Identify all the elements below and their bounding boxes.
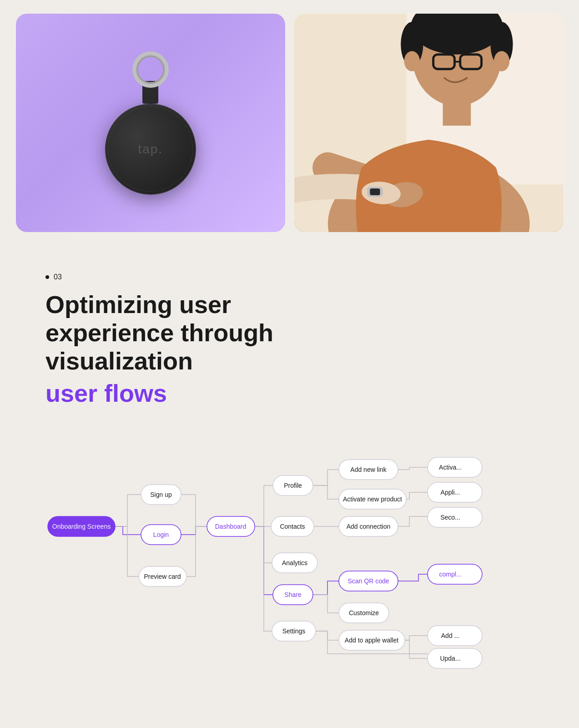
node-seco-right: Seco... xyxy=(428,507,482,527)
node-add-new-link: Add new link xyxy=(339,460,398,480)
svg-text:compl...: compl... xyxy=(439,571,461,578)
node-profile-label: Profile xyxy=(284,482,302,489)
svg-text:Appli...: Appli... xyxy=(441,489,460,496)
node-add-right: Add ... xyxy=(428,626,482,646)
node-customize-label: Customize xyxy=(349,609,379,617)
node-add-connection: Add connection xyxy=(339,516,398,536)
node-signup: Sign up xyxy=(141,485,181,505)
keyring-illustration xyxy=(132,51,169,88)
node-dashboard: Dashboard xyxy=(207,516,255,536)
person-svg xyxy=(294,14,564,232)
node-preview-label: Preview card xyxy=(144,573,181,580)
section-heading: Optimizing user experience through visua… xyxy=(45,290,561,375)
node-login: Login xyxy=(141,525,181,545)
node-login-label: Login xyxy=(153,531,169,538)
person-image xyxy=(294,14,564,232)
node-profile: Profile xyxy=(273,475,313,495)
heading-line2: experience through xyxy=(45,319,273,346)
node-contacts-label: Contacts xyxy=(280,523,305,530)
node-upda-right: Upda... xyxy=(428,648,482,668)
section-highlight: user flows xyxy=(45,379,561,408)
svg-rect-45 xyxy=(0,435,500,708)
node-settings-label: Settings xyxy=(282,627,306,635)
node-onboarding-label: Onboarding Screens xyxy=(52,523,111,530)
node-add-new-link-label: Add new link xyxy=(350,466,387,473)
node-share: Share xyxy=(273,585,313,605)
tap-device-illustration: tap. xyxy=(91,50,210,196)
svg-text:Seco...: Seco... xyxy=(440,514,460,521)
images-section: tap. xyxy=(0,0,579,246)
node-compl-right: compl... xyxy=(428,564,482,584)
tap-logo-text: tap. xyxy=(138,142,163,157)
node-dashboard-label: Dashboard xyxy=(215,523,247,530)
flowchart-section: Onboarding Screens Sign up Login Preview… xyxy=(0,426,579,719)
node-activate-product: Activate new product xyxy=(339,489,406,509)
flowchart-svg: Onboarding Screens Sign up Login Preview… xyxy=(0,435,579,690)
svg-rect-12 xyxy=(443,98,471,126)
node-activate-right: Activa... xyxy=(428,457,482,477)
person-silhouette xyxy=(294,14,564,232)
node-analytics: Analytics xyxy=(272,553,317,573)
node-add-apple: Add to apple wallet xyxy=(339,630,405,650)
node-scan-qr-label: Scan QR code xyxy=(347,577,389,585)
heading-line1: Optimizing user xyxy=(45,291,231,318)
node-contacts: Contacts xyxy=(271,516,314,536)
svg-point-11 xyxy=(493,51,509,71)
node-add-connection-label: Add connection xyxy=(347,523,391,530)
section-number: 03 xyxy=(45,273,561,281)
node-customize: Customize xyxy=(339,603,389,623)
tap-device-image: tap. xyxy=(16,14,285,232)
node-signup-label: Sign up xyxy=(150,491,172,498)
heading-line3: visualization xyxy=(45,347,193,374)
svg-rect-16 xyxy=(370,188,380,195)
tap-puck-illustration: tap. xyxy=(105,104,196,195)
svg-text:Upda...: Upda... xyxy=(440,655,460,662)
svg-text:Activa...: Activa... xyxy=(439,464,462,471)
node-scan-qr: Scan QR code xyxy=(339,571,398,591)
node-analytics-label: Analytics xyxy=(282,559,307,566)
section-num-label: 03 xyxy=(54,273,62,281)
node-add-apple-label: Add to apple wallet xyxy=(345,637,398,644)
node-appli-right: Appli... xyxy=(428,482,482,502)
svg-text:Add ...: Add ... xyxy=(441,632,459,639)
node-activate-product-label: Activate new product xyxy=(343,495,402,503)
section-dot xyxy=(45,275,49,279)
content-section: 03 Optimizing user experience through vi… xyxy=(0,246,579,426)
node-settings: Settings xyxy=(272,621,316,641)
node-share-label: Share xyxy=(284,591,302,598)
node-onboarding: Onboarding Screens xyxy=(48,516,115,536)
svg-point-10 xyxy=(404,51,420,71)
node-preview: Preview card xyxy=(139,566,186,586)
